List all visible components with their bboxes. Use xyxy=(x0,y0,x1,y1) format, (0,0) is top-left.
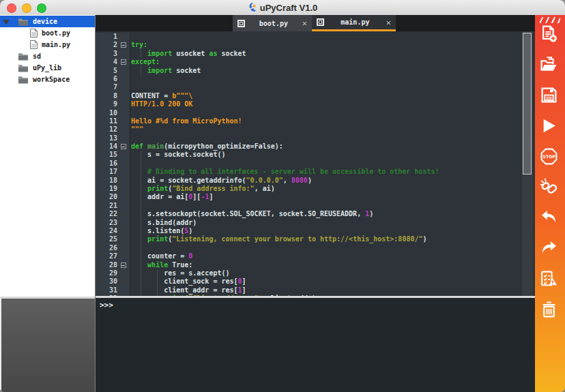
code-line: 15 s = socket.socket() xyxy=(96,151,535,159)
redo-icon xyxy=(540,239,560,260)
fold-column xyxy=(119,202,130,210)
tree-item-main.py[interactable]: main.py xyxy=(0,39,95,50)
line-number: 25 xyxy=(96,235,119,243)
fold-column xyxy=(119,277,130,286)
download-run-button[interactable] xyxy=(540,117,560,137)
svg-text:STOP: STOP xyxy=(542,154,555,159)
open-file-button[interactable] xyxy=(540,55,560,76)
undo-icon xyxy=(540,209,560,229)
fold-marker-icon[interactable]: − xyxy=(121,59,126,65)
tree-item-sd[interactable]: sd xyxy=(0,50,95,62)
code-line: 16 xyxy=(96,160,535,168)
tree-item-workSpace[interactable]: workSpace xyxy=(0,74,95,85)
save-file-button[interactable] xyxy=(540,86,560,106)
code-text xyxy=(130,134,131,142)
connect-button[interactable] xyxy=(540,178,560,198)
code-text xyxy=(130,244,131,252)
code-line: 12""" xyxy=(96,125,535,134)
code-line: 2−try: xyxy=(96,41,535,49)
line-number: 22 xyxy=(96,210,119,218)
code-text: HTTP/1.0 200 OK xyxy=(130,100,192,108)
code-line: 13 xyxy=(96,134,535,142)
new-file-icon xyxy=(540,25,560,45)
zoom-window-button[interactable] xyxy=(37,3,46,13)
fold-marker-icon[interactable]: − xyxy=(121,42,126,48)
minimize-window-button[interactable] xyxy=(22,3,31,13)
close-tab-icon[interactable]: ✕ xyxy=(386,18,391,27)
line-number: 11 xyxy=(96,117,119,125)
code-text: s.listen(5) xyxy=(130,227,192,235)
code-text xyxy=(130,33,131,41)
code-text xyxy=(130,83,131,91)
app-window: uPyCraft V1.0 deviceboot.pymain.pysduPy_… xyxy=(0,0,565,392)
fold-marker-icon[interactable]: − xyxy=(121,144,126,149)
code-line: 17 # Binding to all interfaces - server … xyxy=(96,168,535,176)
tree-item-device[interactable]: device xyxy=(0,16,95,27)
code-line: 29 res = s.accept() xyxy=(96,269,535,277)
line-number: 14 xyxy=(96,142,119,151)
code-text xyxy=(130,109,131,117)
clear-button[interactable] xyxy=(540,301,560,321)
line-number: 29 xyxy=(96,269,119,277)
fold-column xyxy=(119,117,130,125)
code-lines: 12−try:3 import usocket as socket4−excep… xyxy=(96,33,535,296)
tree-item-label: uPy_lib xyxy=(33,62,61,74)
window-title-text: uPyCraft V1.0 xyxy=(260,3,318,13)
code-text: s = socket.socket() xyxy=(130,151,225,159)
fold-column: − xyxy=(119,261,130,269)
line-number: 27 xyxy=(96,252,119,260)
code-line: 20 addr = ai[0][-1] xyxy=(96,193,535,201)
folder-icon xyxy=(18,18,29,26)
fold-column xyxy=(119,125,130,134)
line-number: 31 xyxy=(96,286,119,295)
fold-column xyxy=(119,33,130,41)
fold-column xyxy=(119,92,130,100)
code-text: except: xyxy=(130,58,160,66)
tree-item-label: main.py xyxy=(42,39,70,50)
tree-item-uPy_lib[interactable]: uPy_lib xyxy=(0,62,95,74)
undo-button[interactable] xyxy=(540,209,560,229)
scrollbar-thumb[interactable] xyxy=(523,33,532,175)
close-tab-icon[interactable]: ✕ xyxy=(302,19,307,27)
fold-marker-icon[interactable]: − xyxy=(121,262,126,268)
code-line: 21 xyxy=(96,202,535,210)
console-panel[interactable]: >>> xyxy=(96,298,535,392)
folder-icon xyxy=(18,76,29,84)
fold-column: − xyxy=(119,41,130,49)
close-window-button[interactable] xyxy=(7,3,16,13)
code-line: 32 print("Client address:", client_addr) xyxy=(96,295,535,296)
code-text: addr = ai[0][-1] xyxy=(130,193,213,201)
tab-label: main.py xyxy=(328,18,382,26)
folder-icon xyxy=(18,52,29,61)
tab-boot.py[interactable]: boot.py✕ xyxy=(233,15,312,31)
code-text: ai = socket.getaddrinfo("0.0.0.0", 8080) xyxy=(130,177,312,185)
syntax-check-button[interactable] xyxy=(540,270,560,290)
disclosure-triangle-icon[interactable] xyxy=(3,20,10,25)
redo-button[interactable] xyxy=(540,239,560,260)
stop-button[interactable]: STOP xyxy=(540,147,560,168)
code-editor[interactable]: 12−try:3 import usocket as socket4−excep… xyxy=(96,31,535,296)
line-number: 7 xyxy=(96,83,119,91)
code-text: while True: xyxy=(130,261,192,269)
save-file-icon xyxy=(540,86,560,106)
line-number: 16 xyxy=(96,160,119,168)
stop-icon: STOP xyxy=(540,147,560,168)
new-file-button[interactable] xyxy=(540,25,560,45)
line-number: 17 xyxy=(96,168,119,176)
tab-bar: boot.py✕main.py✕ xyxy=(96,15,535,31)
tree-item-label: workSpace xyxy=(33,74,70,85)
code-text: print("Client address:", client_addr) xyxy=(130,295,316,296)
code-text: print("Listening, connect your browser t… xyxy=(130,235,427,243)
code-text: counter = 0 xyxy=(130,252,192,260)
code-line: 18 ai = socket.getaddrinfo("0.0.0.0", 80… xyxy=(96,177,535,185)
fold-column xyxy=(119,67,130,75)
tab-main.py[interactable]: main.py✕ xyxy=(312,15,396,31)
code-line: 26 xyxy=(96,244,535,252)
fold-column: − xyxy=(119,58,130,66)
code-line: 9HTTP/1.0 200 OK xyxy=(96,100,535,108)
vertical-scrollbar[interactable] xyxy=(522,31,533,296)
fold-column xyxy=(119,295,130,296)
code-line: 3 import usocket as socket xyxy=(96,50,535,58)
code-text: try: xyxy=(130,41,147,49)
tree-item-boot.py[interactable]: boot.py xyxy=(0,27,95,39)
